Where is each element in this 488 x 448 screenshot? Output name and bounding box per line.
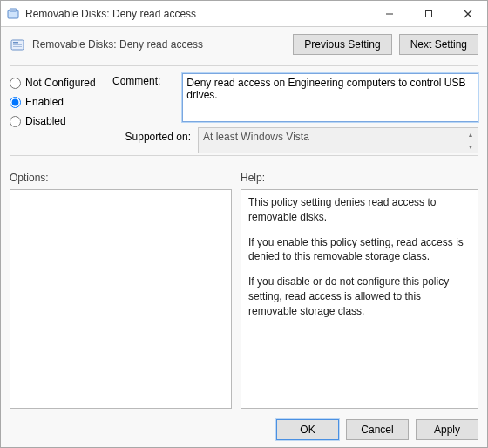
dialog-window: Removable Disks: Deny read access <box>0 0 488 448</box>
svg-rect-1 <box>10 9 17 11</box>
svg-rect-9 <box>13 46 22 47</box>
previous-setting-button[interactable]: Previous Setting <box>293 34 391 55</box>
help-text-3: If you disable or do not configure this … <box>248 275 471 318</box>
radio-enabled-input[interactable] <box>10 97 21 108</box>
supported-label: Supported on: <box>112 127 191 143</box>
help-label: Help: <box>241 172 478 184</box>
svg-rect-3 <box>425 10 431 17</box>
help-panel[interactable]: This policy setting denies read access t… <box>241 189 478 409</box>
dialog-body: Removable Disks: Deny read access Previo… <box>1 27 487 412</box>
options-panel[interactable] <box>10 189 232 409</box>
help-text-1: This policy setting denies read access t… <box>248 195 471 225</box>
maximize-button[interactable] <box>409 1 448 26</box>
radio-not-configured-label: Not Configured <box>25 77 96 89</box>
nav-buttons: Previous Setting Next Setting <box>293 34 478 55</box>
window-title: Removable Disks: Deny read access <box>25 8 369 20</box>
policy-title: Removable Disks: Deny read access <box>32 38 293 51</box>
svg-rect-7 <box>13 42 18 44</box>
policy-app-icon <box>6 7 20 21</box>
radio-not-configured-input[interactable] <box>10 78 21 89</box>
help-text-2: If you enable this policy setting, read … <box>248 235 471 265</box>
help-column: Help: This policy setting denies read ac… <box>241 166 478 409</box>
lower-panels: Options: Help: This policy setting denie… <box>10 166 478 409</box>
options-label: Options: <box>10 172 232 184</box>
footer-buttons: OK Cancel Apply <box>1 412 487 447</box>
minimize-button[interactable] <box>369 1 409 26</box>
comment-label: Comment: <box>112 73 175 122</box>
svg-rect-8 <box>13 44 22 45</box>
comment-input[interactable] <box>182 73 478 122</box>
radio-enabled-label: Enabled <box>25 96 64 108</box>
radio-disabled[interactable]: Disabled <box>10 115 105 127</box>
supported-spinner[interactable]: ▲ ▼ <box>464 128 478 153</box>
supported-on-value: At least Windows Vista <box>203 131 309 143</box>
radio-disabled-label: Disabled <box>25 115 66 127</box>
close-button[interactable] <box>448 1 487 26</box>
supported-on-field: At least Windows Vista ▲ ▼ <box>198 127 478 153</box>
apply-button[interactable]: Apply <box>416 419 478 440</box>
state-radios: Not Configured Enabled Disabled <box>10 73 105 153</box>
policy-icon <box>10 37 25 52</box>
header-row: Removable Disks: Deny read access Previo… <box>10 34 478 55</box>
chevron-down-icon[interactable]: ▼ <box>464 140 478 153</box>
chevron-up-icon[interactable]: ▲ <box>464 128 478 140</box>
window-buttons <box>369 1 487 26</box>
settings-row: Not Configured Enabled Disabled Comment: <box>10 73 478 153</box>
radio-not-configured[interactable]: Not Configured <box>10 77 105 89</box>
titlebar: Removable Disks: Deny read access <box>1 1 487 27</box>
separator <box>10 65 478 66</box>
separator-2 <box>10 155 478 156</box>
radio-disabled-input[interactable] <box>10 116 21 127</box>
cancel-button[interactable]: Cancel <box>346 419 409 440</box>
options-column: Options: <box>10 166 232 409</box>
next-setting-button[interactable]: Next Setting <box>399 34 478 55</box>
radio-enabled[interactable]: Enabled <box>10 96 105 108</box>
ok-button[interactable]: OK <box>276 419 339 440</box>
